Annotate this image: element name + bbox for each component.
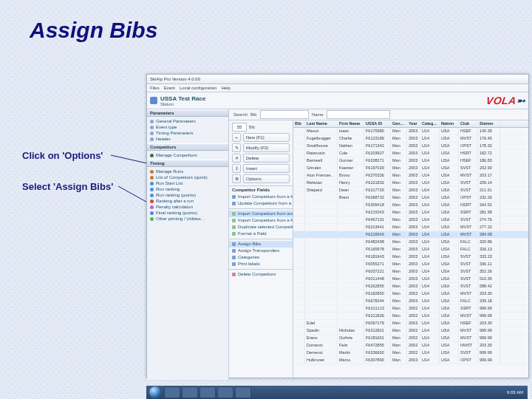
table-row[interactable]: F6182850Man2003U14USAMVST203.30 bbox=[293, 290, 528, 298]
taskbar-item[interactable] bbox=[200, 386, 216, 398]
table-row[interactable]: EranoGuthrieF6181601Man2002U14USAMVST999… bbox=[293, 335, 528, 342]
modify-button[interactable]: Modify (F2) bbox=[243, 143, 290, 152]
table-row[interactable]: F6211826Man2002U14USAMVST999.99 bbox=[293, 313, 528, 320]
menu-item[interactable]: Help bbox=[221, 86, 230, 90]
table-row[interactable]: F6482498Man2003U14USAFALC320.86 bbox=[293, 239, 528, 246]
sidebar-item[interactable]: Run ranking bbox=[147, 186, 228, 192]
table-row[interactable]: DemenciMartinF6236692Man2002U14USASVST99… bbox=[293, 349, 528, 357]
name-input[interactable] bbox=[327, 110, 390, 119]
delete-button[interactable]: Delete bbox=[243, 154, 290, 163]
options-menu-item[interactable]: Update Competitors from a federation fil… bbox=[229, 200, 293, 207]
table-row[interactable]: F6678244Man2003U14USAFALC339.18 bbox=[293, 298, 528, 305]
table-row[interactable]: F6181643Man2003U14USASVST333.23 bbox=[293, 253, 528, 261]
options-menu-item[interactable]: Import Competitors from another event bbox=[229, 211, 293, 217]
grid-col-header[interactable]: Club bbox=[459, 120, 478, 127]
table-row[interactable]: F6262855Man2003U14USASVST588.42 bbox=[293, 283, 528, 290]
options-menu-item[interactable]: Assign Transponders bbox=[229, 248, 293, 254]
table-row[interactable]: EdelF6067179Man2003U14USANSEF203.30 bbox=[293, 320, 528, 327]
table-row[interactable]: F6467131Man2003U14USASVST274.76 bbox=[293, 216, 528, 224]
options-menu-item[interactable]: Assign Bibs bbox=[229, 241, 293, 248]
options-menu-item[interactable]: Print labels bbox=[229, 261, 293, 267]
table-row[interactable]: MasonIsaacF6170680Man2003U14USAHSEF140.3… bbox=[293, 128, 528, 135]
modify-icon[interactable]: ✎ bbox=[232, 143, 241, 152]
grid-col-header[interactable]: Bib bbox=[293, 120, 305, 127]
start-orb[interactable] bbox=[149, 386, 161, 398]
new-button[interactable]: New (F1) bbox=[243, 133, 290, 142]
sidebar-item[interactable]: General Parameters bbox=[147, 118, 228, 124]
table-row[interactable]: F6219543Man2003U14USAMVST284.08 bbox=[293, 231, 528, 239]
options-icon[interactable]: ⚙ bbox=[232, 174, 241, 183]
sidebar-item[interactable]: Manage Runs bbox=[147, 168, 228, 174]
table-row[interactable]: F6037221Man2003U14USASVST352.26 bbox=[293, 268, 528, 276]
sidebar-item[interactable]: Run Start List bbox=[147, 180, 228, 186]
options-menu-item[interactable]: Delete Competitors bbox=[229, 271, 293, 278]
table-row[interactable]: Aton FranceschiBrunoF6270336Man2003U14US… bbox=[293, 172, 528, 180]
bib-input[interactable] bbox=[260, 110, 309, 119]
options-menu-item[interactable]: Import Competitors from a federation fil… bbox=[229, 194, 293, 200]
table-row[interactable]: SmallhouseNathanF6171342Man2003U14USAOPS… bbox=[293, 143, 528, 150]
table-row[interactable]: RatanosinColeF6203927Man2003U14USAHSRT18… bbox=[293, 150, 528, 157]
table-row[interactable]: DomanciFelixF6472855Man2002U14USANWST203… bbox=[293, 342, 528, 349]
table-row[interactable]: SpedinNicholasF6312821Man2002U14USAMVST9… bbox=[293, 327, 528, 335]
grid-col-header[interactable]: Nation bbox=[440, 120, 459, 127]
taskbar[interactable]: 9:03 AM bbox=[146, 386, 528, 399]
grid-cell: SVST bbox=[459, 253, 478, 260]
table-row[interactable]: ShepardDeanF6217720Man2003U14USASVST211.… bbox=[293, 187, 528, 194]
insert-button[interactable]: Insert bbox=[243, 164, 290, 173]
table-row[interactable]: FogelbruggerCharlieF6123189Man2003U14USA… bbox=[293, 135, 528, 143]
grid-col-header[interactable]: Last Name bbox=[305, 120, 338, 127]
table-row[interactable]: GrindenKaemerF6197029Man2003U14USASVST20… bbox=[293, 165, 528, 172]
menu-item[interactable]: Local configuration bbox=[180, 86, 216, 90]
grid-cell: Spedin bbox=[305, 327, 338, 334]
grid-col-header[interactable]: First Name bbox=[338, 120, 364, 127]
pane-parameters-header[interactable]: Parameters bbox=[147, 109, 228, 117]
table-row[interactable]: RehetanHenryF6221832Man2003U14USASVST209… bbox=[293, 180, 528, 187]
insert-icon[interactable]: ↧ bbox=[232, 164, 241, 173]
grid-col-header[interactable]: Gender bbox=[391, 120, 407, 127]
table-row[interactable]: BrentF6368732Man2003U14USAOPST232.26 bbox=[293, 194, 528, 202]
pane-timing-header[interactable]: Timing bbox=[147, 160, 228, 167]
table-row[interactable]: F6215043Man2003U14USASSRT281.58 bbox=[293, 209, 528, 216]
grid-col-header[interactable]: Station bbox=[478, 120, 500, 127]
taskbar-item[interactable] bbox=[164, 386, 180, 398]
table-row[interactable]: HolbrunetMarcoF6307890Man2003U14USAOPST9… bbox=[293, 357, 528, 364]
grid-header[interactable]: BibLast NameFirst NameUSSA IDGenderYearC… bbox=[293, 120, 528, 128]
sidebar-item[interactable]: Manage Competitors bbox=[147, 152, 228, 158]
table-row[interactable]: F6011448Man2003U14USASVST510.35 bbox=[293, 276, 528, 283]
taskbar-item[interactable] bbox=[235, 386, 251, 398]
options-menu-item[interactable]: Duplicate selected Competitor bbox=[229, 224, 293, 231]
sidebar-item[interactable]: Timing Parameters bbox=[147, 130, 228, 136]
new-icon[interactable]: + bbox=[232, 133, 241, 142]
options-menu-item[interactable]: Format a Field bbox=[229, 231, 293, 237]
sidebar-item[interactable]: Event type bbox=[147, 124, 228, 130]
table-row[interactable]: F6211113Man2002U14USASSRT999.99 bbox=[293, 305, 528, 313]
table-row[interactable]: F6055271Man2003U14USASVST336.11 bbox=[293, 261, 528, 268]
menu-item[interactable]: Files bbox=[150, 86, 160, 90]
table-row[interactable]: BarnwellGunnerF6208271Man2003U14USAHSEF1… bbox=[293, 157, 528, 165]
grid-body[interactable]: MasonIsaacF6170680Man2003U14USAHSEF140.3… bbox=[293, 128, 528, 364]
sidebar-item[interactable]: List of Competitors (quick) bbox=[147, 174, 228, 180]
options-menu-item[interactable]: Categories bbox=[229, 254, 293, 261]
sidebar-item-icon bbox=[150, 132, 154, 135]
grid-cell: USA bbox=[440, 231, 459, 238]
app-menu[interactable]: FilesEventLocal configurationHelp bbox=[147, 84, 528, 92]
grid-col-header[interactable]: Category bbox=[420, 120, 440, 127]
table-row[interactable]: F6309418Man2003U14USANSRT264.52 bbox=[293, 202, 528, 209]
grid-col-header[interactable]: USSA ID bbox=[364, 120, 391, 127]
sidebar-item[interactable]: Ranking after a run bbox=[147, 198, 228, 204]
options-menu-item[interactable]: Import Competitors from a File bbox=[229, 217, 293, 224]
sidebar-item[interactable]: Other printing / Utilities… bbox=[147, 216, 228, 222]
sidebar-item[interactable]: Header bbox=[147, 136, 228, 142]
taskbar-item[interactable] bbox=[217, 386, 233, 398]
sidebar-item[interactable]: Final ranking (points) bbox=[147, 210, 228, 216]
sidebar-item[interactable]: Run ranking (points) bbox=[147, 192, 228, 198]
taskbar-item[interactable] bbox=[182, 386, 198, 398]
pane-competitors-header[interactable]: Competitors bbox=[147, 143, 228, 151]
delete-icon[interactable]: ✕ bbox=[232, 154, 241, 163]
table-row[interactable]: F6165978Man2003U14USAFALC326.13 bbox=[293, 246, 528, 253]
table-row[interactable]: F6213441Man2003U14USAMVST277.22 bbox=[293, 224, 528, 231]
sidebar-item[interactable]: Penalty calculation bbox=[147, 204, 228, 210]
menu-item[interactable]: Event bbox=[164, 86, 175, 90]
grid-col-header[interactable]: Year bbox=[407, 120, 420, 127]
options-button[interactable]: Options bbox=[243, 174, 290, 183]
